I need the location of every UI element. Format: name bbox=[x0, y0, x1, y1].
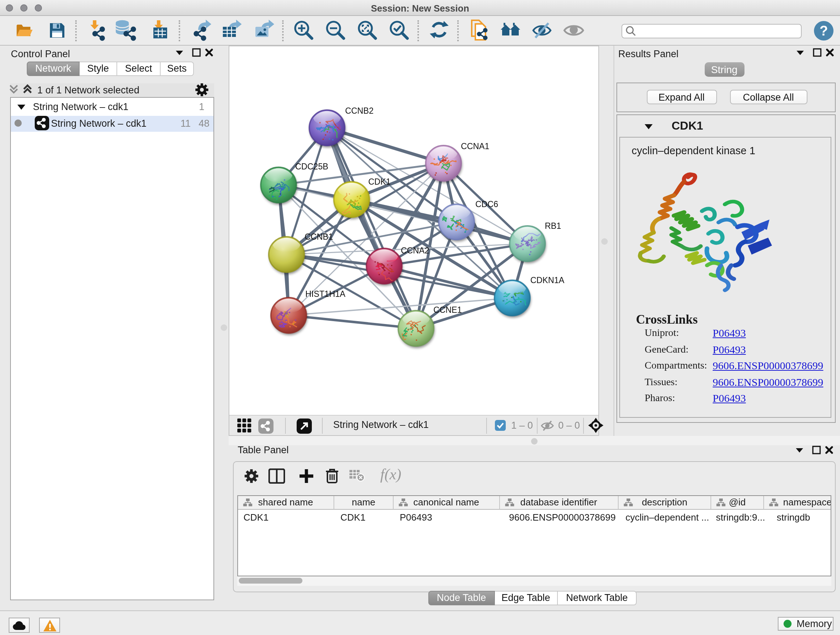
svg-text:CCNA1: CCNA1 bbox=[461, 141, 489, 151]
svg-text:HIST1H1A: HIST1H1A bbox=[305, 289, 345, 299]
svg-text:CDC6: CDC6 bbox=[475, 200, 498, 209]
svg-text:CCNA2: CCNA2 bbox=[401, 246, 429, 255]
svg-text:CDC25B: CDC25B bbox=[295, 162, 328, 171]
svg-text:CDKN1A: CDKN1A bbox=[530, 276, 564, 285]
svg-text:RB1: RB1 bbox=[545, 221, 561, 231]
svg-text:?: ? bbox=[819, 23, 828, 38]
svg-text:CCNB2: CCNB2 bbox=[345, 106, 373, 116]
svg-text:CCNE1: CCNE1 bbox=[433, 305, 462, 315]
svg-text:CCNB1: CCNB1 bbox=[304, 232, 333, 241]
svg-text:CDK1: CDK1 bbox=[368, 177, 390, 187]
